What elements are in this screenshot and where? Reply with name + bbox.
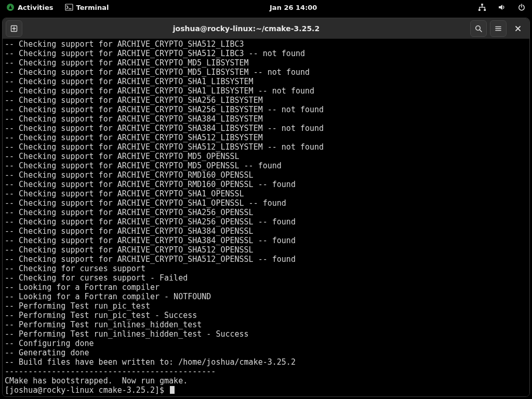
hamburger-icon: [494, 24, 502, 33]
shell-prompt: [joshua@rocky-linux cmake-3.25.2]$: [5, 385, 169, 395]
terminal-window: joshua@rocky-linux:~/cmake-3.25.2 -- Che…: [2, 18, 530, 397]
activities-logo-icon: [6, 3, 15, 11]
text-cursor: [170, 386, 175, 394]
close-window-button[interactable]: [510, 20, 526, 37]
hamburger-menu-button[interactable]: [490, 20, 507, 37]
clock[interactable]: Jan 26 14:00: [268, 4, 319, 11]
active-app-label: Terminal: [76, 4, 109, 11]
terminal-viewport[interactable]: -- Checking support for ARCHIVE_CRYPTO_S…: [3, 39, 529, 396]
clock-label: Jan 26 14:00: [270, 4, 317, 11]
activities-button[interactable]: Activities: [4, 3, 56, 11]
svg-rect-3: [481, 4, 483, 6]
terminal-output: -- Checking support for ARCHIVE_CRYPTO_S…: [5, 39, 527, 385]
svg-rect-5: [484, 9, 486, 11]
active-app-indicator[interactable]: Terminal: [63, 3, 111, 11]
svg-line-13: [480, 30, 482, 32]
svg-rect-4: [478, 9, 481, 11]
window-titlebar: joshua@rocky-linux:~/cmake-3.25.2: [3, 18, 529, 39]
power-status-icon[interactable]: [515, 3, 528, 11]
search-icon: [474, 24, 483, 33]
new-tab-button[interactable]: [6, 20, 22, 37]
activities-label: Activities: [18, 4, 54, 11]
close-icon: [514, 25, 522, 32]
search-button[interactable]: [470, 20, 487, 37]
gnome-top-bar: Activities Terminal Jan 26 14:00: [0, 0, 532, 15]
network-status-icon[interactable]: [476, 3, 488, 11]
terminal-app-icon: [65, 3, 73, 11]
volume-status-icon[interactable]: [496, 3, 508, 11]
svg-rect-1: [65, 4, 73, 10]
window-title: joshua@rocky-linux:~/cmake-3.25.2: [22, 24, 470, 33]
new-tab-icon: [10, 24, 18, 33]
